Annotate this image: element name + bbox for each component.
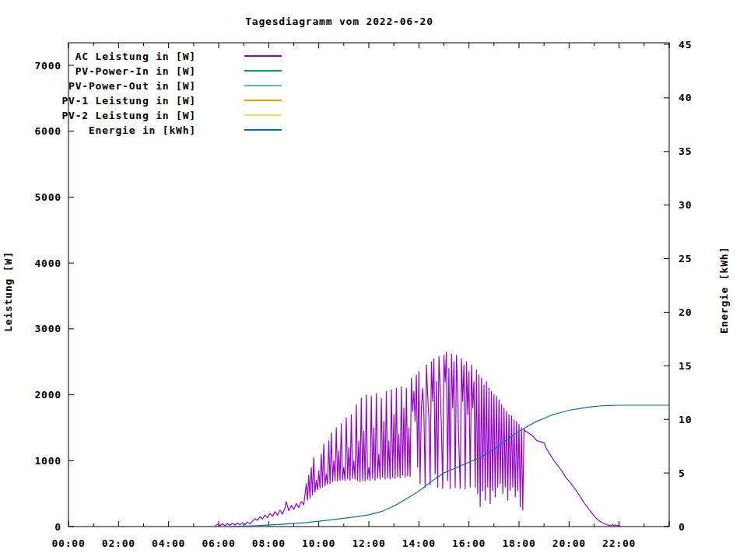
y1-tick-label: 3000	[34, 323, 61, 334]
series-line-0	[215, 352, 620, 527]
y1-axis-label: Leistung [W]	[2, 251, 14, 332]
y1-tick-label: 1000	[34, 455, 61, 467]
y2-axis-label: Energie [kWh]	[718, 247, 730, 334]
x-tick-label: 04:00	[152, 537, 185, 549]
y2-tick-label: 30	[679, 199, 692, 211]
x-tick-label: 20:00	[552, 537, 586, 549]
legend-label-2: PV-Power-Out in [W]	[68, 80, 196, 92]
y1-tick-label: 5000	[34, 191, 61, 203]
y2-tick-label: 40	[679, 92, 692, 103]
y2-tick-label: 15	[679, 360, 692, 372]
y1-tick-label: 2000	[34, 389, 61, 401]
y2-tick-label: 10	[679, 414, 692, 425]
y2-tick-label: 25	[679, 253, 692, 264]
chart-title: Tagesdiagramm vom 2022-06-20	[245, 16, 433, 27]
legend-label-5: Energie in [kWh]	[89, 124, 196, 136]
x-tick-label: 12:00	[352, 537, 385, 549]
legend-label-4: PV-2 Leistung in [W]	[61, 110, 196, 121]
y2-tick-label: 0	[679, 521, 686, 533]
y1-tick-label: 0	[54, 521, 61, 533]
x-tick-label: 08:00	[252, 537, 286, 549]
x-tick-label: 06:00	[202, 537, 235, 549]
y1-tick-label: 6000	[34, 125, 61, 137]
x-tick-label: 10:00	[302, 537, 335, 549]
y1-tick-label: 7000	[34, 60, 61, 72]
legend-label-1: PV-Power-In in [W]	[75, 65, 196, 77]
y1-tick-label: 4000	[34, 257, 61, 269]
legend-label-3: PV-1 Leistung in [W]	[61, 95, 196, 107]
legend-label-0: AC Leistung in [W]	[75, 51, 196, 62]
x-tick-label: 16:00	[452, 537, 486, 549]
x-tick-label: 18:00	[502, 537, 535, 549]
y2-tick-label: 45	[679, 39, 692, 51]
tagesdiagramm-chart: Tagesdiagramm vom 2022-06-20 Leistung [W…	[0, 0, 747, 560]
y2-tick-label: 20	[679, 306, 692, 318]
x-tick-label: 14:00	[402, 537, 436, 549]
x-tick-label: 22:00	[602, 537, 636, 549]
x-tick-label: 00:00	[51, 537, 85, 549]
plot-area: Tagesdiagramm vom 2022-06-20 Leistung [W…	[0, 0, 747, 560]
y2-tick-label: 5	[679, 467, 686, 479]
generated-plot-elements: 00:0002:0004:0006:0008:0010:0012:0014:00…	[34, 39, 692, 550]
x-tick-label: 02:00	[102, 537, 135, 549]
y2-tick-label: 35	[679, 145, 692, 157]
